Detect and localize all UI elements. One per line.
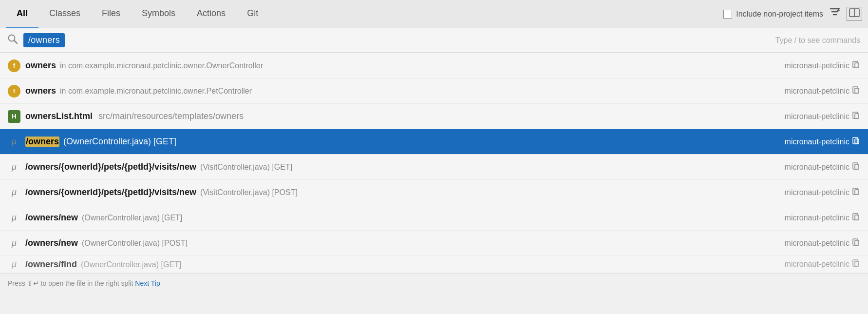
- include-label: Include non-project items: [736, 10, 823, 19]
- tab-actions[interactable]: Actions: [186, 0, 236, 28]
- tab-all[interactable]: All: [6, 0, 38, 28]
- result-secondary-8: (OwnerController.java) [POST]: [82, 239, 188, 248]
- svg-rect-14: [855, 164, 859, 169]
- icon-function-2: f: [8, 85, 20, 98]
- module-icon-7: [852, 213, 860, 223]
- module-icon-8: [852, 238, 860, 248]
- result-name-3: ownersList.html: [25, 111, 93, 121]
- tab-files[interactable]: Files: [91, 0, 131, 28]
- include-checkbox-box[interactable]: [723, 10, 732, 19]
- toolbar-right: Include non-project items: [723, 7, 862, 21]
- result-content-2: owners in com.example.micronaut.petclini…: [25, 86, 775, 96]
- module-icon-9: [852, 259, 860, 269]
- result-content-9: /owners/find (OwnerController.java) [GET…: [25, 259, 775, 270]
- result-name-4: (OwnerController.java) [GET]: [63, 137, 176, 147]
- module-name-5: micronaut-petclinic: [775, 163, 849, 172]
- module-name-8: micronaut-petclinic: [775, 239, 849, 248]
- svg-rect-10: [855, 114, 859, 118]
- module-name-3: micronaut-petclinic: [775, 112, 849, 121]
- module-name-1: micronaut-petclinic: [775, 61, 849, 70]
- icon-mu-9: μ: [8, 259, 20, 270]
- tab-git[interactable]: Git: [236, 0, 269, 28]
- module-name-7: micronaut-petclinic: [775, 214, 849, 222]
- result-row-5[interactable]: μ /owners/{ownerId}/pets/{petId}/visits/…: [0, 155, 868, 180]
- svg-rect-12: [855, 139, 859, 144]
- module-icon-4: [852, 137, 860, 147]
- module-icon-3: [852, 112, 860, 121]
- tab-classes[interactable]: Classes: [38, 0, 91, 28]
- result-row-8[interactable]: μ /owners/new (OwnerController.java) [PO…: [0, 231, 868, 256]
- result-name-1: owners: [25, 60, 56, 71]
- search-icon: [8, 34, 18, 46]
- module-name-6: micronaut-petclinic: [775, 188, 849, 197]
- module-name-9: micronaut-petclinic: [775, 260, 849, 269]
- svg-rect-8: [855, 88, 859, 93]
- module-icon-2: [852, 86, 860, 96]
- icon-function-1: f: [8, 59, 20, 72]
- module-icon-5: [852, 162, 860, 172]
- result-name-7: /owners/new: [25, 213, 78, 223]
- result-name-5: /owners/{ownerId}/pets/{petId}/visits/ne…: [25, 162, 196, 172]
- tab-symbols[interactable]: Symbols: [131, 0, 186, 28]
- module-name-4: micronaut-petclinic: [775, 137, 849, 146]
- window-split-icon[interactable]: [847, 7, 862, 21]
- result-secondary-6: (VisitController.java) [POST]: [200, 188, 298, 197]
- result-content-4: /owners (OwnerController.java) [GET]: [25, 137, 775, 147]
- result-row-9[interactable]: μ /owners/find (OwnerController.java) [G…: [0, 256, 868, 273]
- svg-rect-22: [855, 261, 859, 266]
- next-tip-link[interactable]: Next Tip: [135, 279, 160, 287]
- result-content-5: /owners/{ownerId}/pets/{petId}/visits/ne…: [25, 162, 775, 172]
- icon-mu-6: μ: [8, 187, 20, 197]
- svg-rect-18: [855, 215, 859, 220]
- result-name-2: owners: [25, 86, 56, 96]
- results-list: f owners in com.example.micronaut.petcli…: [0, 53, 868, 273]
- icon-mu-5: μ: [8, 162, 20, 172]
- result-content-7: /owners/new (OwnerController.java) [GET]: [25, 213, 775, 223]
- include-non-project[interactable]: Include non-project items: [723, 10, 823, 19]
- result-content-1: owners in com.example.micronaut.petclini…: [25, 60, 775, 71]
- tab-bar: All Classes Files Symbols Actions Git In…: [0, 0, 868, 28]
- bottom-hint: Press ⇧↵ to open the file in the right s…: [8, 279, 133, 287]
- icon-html-3: H: [8, 110, 20, 123]
- search-input[interactable]: /owners: [23, 33, 65, 47]
- result-row-2[interactable]: f owners in com.example.micronaut.petcli…: [0, 78, 868, 104]
- main-container: All Classes Files Symbols Actions Git In…: [0, 0, 868, 293]
- module-name-2: micronaut-petclinic: [775, 87, 849, 96]
- result-content-8: /owners/new (OwnerController.java) [POST…: [25, 238, 775, 248]
- result-name-6: /owners/{ownerId}/pets/{petId}/visits/ne…: [25, 187, 196, 197]
- icon-mu-7: μ: [8, 213, 20, 223]
- filter-icon[interactable]: [830, 8, 840, 20]
- result-highlight-4: /owners: [25, 137, 59, 147]
- result-secondary-5: (VisitController.java) [GET]: [200, 163, 292, 172]
- result-name-9: /owners/find: [25, 259, 77, 270]
- result-content-6: /owners/{ownerId}/pets/{petId}/visits/ne…: [25, 187, 775, 197]
- result-row-3[interactable]: H ownersList.html src/main/resources/tem…: [0, 104, 868, 129]
- svg-rect-20: [855, 240, 859, 245]
- result-row-6[interactable]: μ /owners/{ownerId}/pets/{petId}/visits/…: [0, 180, 868, 205]
- search-hint: Type / to see commands: [775, 36, 860, 45]
- svg-line-4: [14, 40, 17, 43]
- svg-rect-6: [855, 63, 859, 68]
- result-secondary-1: in com.example.micronaut.petclinic.owner…: [60, 61, 263, 70]
- result-content-3: ownersList.html src/main/resources/templ…: [25, 111, 775, 121]
- result-row-7[interactable]: μ /owners/new (OwnerController.java) [GE…: [0, 205, 868, 231]
- result-secondary-2: in com.example.micronaut.petclinic.owner…: [60, 87, 252, 96]
- result-secondary-7: (OwnerController.java) [GET]: [82, 214, 182, 222]
- module-icon-6: [852, 188, 860, 197]
- bottom-bar: Press ⇧↵ to open the file in the right s…: [0, 273, 868, 293]
- result-name-8: /owners/new: [25, 238, 78, 248]
- result-row-1[interactable]: f owners in com.example.micronaut.petcli…: [0, 53, 868, 78]
- search-bar: /owners Type / to see commands: [0, 28, 868, 53]
- result-secondary-9: (OwnerController.java) [GET]: [81, 260, 181, 269]
- icon-mu-4: μ: [8, 137, 20, 147]
- svg-rect-16: [855, 190, 859, 195]
- module-icon-1: [852, 61, 860, 71]
- result-path-3: src/main/resources/templates/owners: [98, 111, 244, 121]
- icon-mu-8: μ: [8, 238, 20, 248]
- result-row-4[interactable]: μ /owners (OwnerController.java) [GET] m…: [0, 129, 868, 155]
